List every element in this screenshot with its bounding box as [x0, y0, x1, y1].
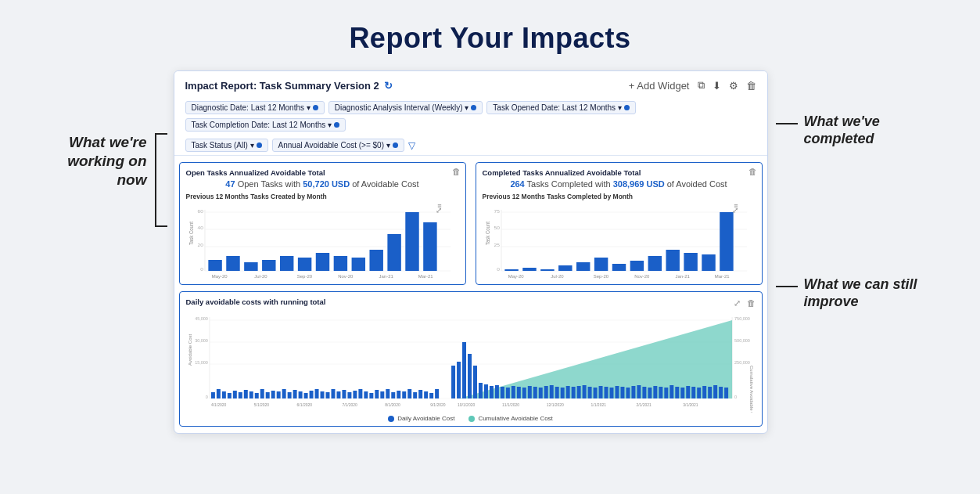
svg-rect-105 [375, 390, 379, 398]
daily-costs-trash-icon[interactable]: 🗑 [747, 298, 756, 308]
svg-rect-107 [386, 389, 389, 398]
filter-avoidable-cost[interactable]: Annual Avoidable Cost (>= $0) ▾ [272, 139, 404, 152]
svg-rect-122 [478, 383, 482, 398]
svg-rect-103 [364, 391, 368, 398]
filter-diagnostic-date[interactable]: Diagnostic Date: Last 12 Months ▾ [185, 101, 325, 114]
svg-rect-114 [424, 391, 428, 398]
svg-text:Sep-20: Sep-20 [296, 274, 311, 279]
filter-task-opened[interactable]: Task Opened Date: Last 12 Months ▾ [486, 101, 636, 114]
svg-rect-78 [227, 393, 231, 398]
completed-tasks-trash-icon[interactable]: 🗑 [748, 167, 757, 176]
svg-rect-153 [648, 388, 652, 398]
svg-rect-133 [538, 388, 542, 398]
svg-text:0: 0 [205, 395, 207, 399]
svg-rect-139 [571, 387, 575, 398]
svg-rect-48 [666, 250, 679, 271]
svg-rect-94 [314, 389, 318, 398]
legend-daily: Daily Avoidable Cost [388, 415, 454, 422]
svg-rect-144 [598, 386, 602, 398]
svg-rect-87 [276, 391, 280, 398]
filter-icon[interactable]: ▽ [408, 140, 415, 151]
svg-text:Jul-20: Jul-20 [551, 274, 563, 279]
svg-text:0: 0 [497, 266, 500, 272]
svg-text:May-20: May-20 [508, 274, 523, 279]
svg-rect-77 [221, 391, 225, 398]
svg-rect-116 [435, 389, 439, 398]
svg-rect-21 [405, 212, 418, 271]
filter-task-completion[interactable]: Task Completion Date: Last 12 Months ▾ [185, 118, 346, 132]
svg-rect-150 [631, 386, 635, 398]
svg-rect-113 [418, 390, 422, 398]
download-icon[interactable]: ⬇ [713, 80, 721, 92]
svg-rect-124 [489, 386, 493, 398]
svg-rect-119 [462, 342, 466, 398]
completed-tasks-title: Completed Tasks Annualized Avoidable Tot… [483, 168, 756, 177]
svg-rect-104 [369, 393, 373, 398]
svg-text:1/1/2021: 1/1/2021 [591, 402, 606, 407]
completed-tasks-menu-icon[interactable]: ≡ [734, 202, 738, 210]
svg-rect-109 [397, 391, 400, 398]
svg-rect-91 [298, 391, 302, 398]
svg-rect-127 [505, 388, 509, 398]
svg-text:Sep-20: Sep-20 [593, 274, 608, 279]
svg-rect-121 [472, 366, 476, 398]
open-tasks-title: Open Tasks Annualized Avoidable Total [186, 168, 459, 177]
daily-costs-chart-svg: Avoidable Cost Cumulative Avoidable Cost… [186, 311, 756, 413]
svg-marker-74 [459, 320, 732, 398]
daily-costs-expand-icon[interactable]: ⤢ [734, 298, 741, 308]
svg-rect-167 [724, 388, 728, 398]
refresh-icon[interactable]: ↻ [384, 80, 393, 92]
annotation-right-bottom-line [776, 286, 798, 287]
svg-rect-130 [522, 388, 526, 398]
svg-rect-140 [576, 386, 580, 398]
svg-text:40: 40 [197, 225, 203, 230]
svg-text:Jul-20: Jul-20 [254, 274, 267, 279]
open-tasks-widget: Open Tasks Annualized Avoidable Total 47… [179, 162, 466, 285]
filter-analysis-interval[interactable]: Diagnostic Analysis Interval (Weekly) ▾ [328, 101, 483, 114]
svg-rect-112 [413, 392, 417, 398]
svg-text:Jan-21: Jan-21 [379, 274, 393, 279]
right-annotations: What we've completed What we can still i… [768, 70, 921, 318]
svg-rect-158 [675, 387, 679, 398]
svg-rect-76 [216, 389, 220, 398]
open-tasks-trash-icon[interactable]: 🗑 [452, 167, 461, 176]
svg-rect-162 [697, 388, 701, 398]
svg-rect-123 [483, 384, 487, 398]
svg-rect-13 [262, 260, 275, 271]
svg-rect-100 [347, 392, 351, 398]
add-widget-button[interactable]: + Add Widget [629, 80, 690, 92]
svg-text:30,000: 30,000 [195, 338, 208, 343]
svg-rect-164 [708, 387, 712, 398]
open-tasks-menu-icon[interactable]: ≡ [437, 202, 441, 210]
svg-rect-152 [642, 387, 646, 398]
svg-rect-163 [702, 386, 706, 398]
svg-rect-20 [387, 234, 400, 271]
svg-rect-12 [244, 262, 257, 271]
svg-text:8/1/2020: 8/1/2020 [385, 402, 400, 407]
svg-text:Cumulative Avoidable Cost: Cumulative Avoidable Cost [749, 366, 754, 413]
svg-rect-46 [630, 261, 643, 271]
settings-icon[interactable]: ⚙ [729, 80, 738, 92]
svg-rect-41 [540, 269, 554, 271]
svg-rect-85 [265, 392, 269, 398]
svg-rect-147 [615, 386, 619, 398]
svg-text:50: 50 [494, 225, 500, 230]
filter-task-status[interactable]: Task Status (All) ▾ [185, 139, 268, 152]
svg-rect-89 [287, 392, 291, 398]
svg-rect-17 [333, 256, 346, 271]
completed-tasks-chart-title: Previous 12 Months Tasks Completed by Mo… [483, 193, 756, 200]
svg-rect-137 [560, 388, 564, 398]
svg-rect-42 [558, 265, 572, 271]
legend-cumulative-dot [468, 416, 475, 422]
svg-rect-82 [249, 391, 253, 398]
svg-rect-136 [555, 387, 558, 398]
annotation-right-top-line [776, 123, 798, 124]
legend-cumulative: Cumulative Avoidable Cost [468, 415, 552, 422]
filter-row-2: Task Status (All) ▾ Annual Avoidable Cos… [185, 135, 756, 155]
copy-icon[interactable]: ⧉ [698, 79, 705, 92]
delete-icon[interactable]: 🗑 [746, 80, 756, 92]
svg-rect-92 [303, 393, 307, 398]
main-layout: What we're working on now Impact Report:… [0, 70, 980, 434]
svg-rect-148 [620, 387, 624, 398]
svg-rect-99 [342, 390, 346, 398]
